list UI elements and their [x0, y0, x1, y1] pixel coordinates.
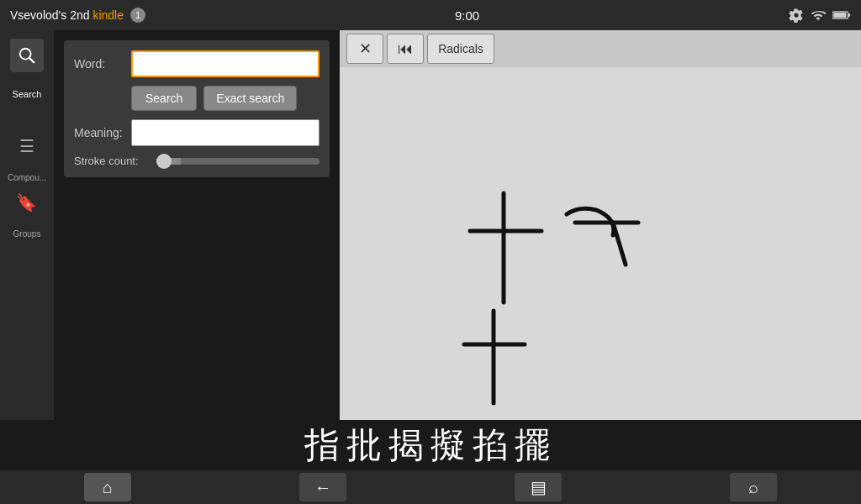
radicals-button[interactable]: Radicals [427, 34, 494, 64]
sidebar-bookmark-icon[interactable]: 🔖 [13, 189, 40, 216]
center-panel: Word: Search Exact search Meaning: Strok… [54, 30, 340, 470]
meaning-row: Meaning: [74, 119, 320, 146]
search-button[interactable]: Search [131, 86, 197, 111]
svg-rect-2 [833, 13, 846, 18]
clear-button[interactable]: ✕ [346, 34, 383, 64]
sidebar: Search ☰ Compou... 🔖 Groups [0, 30, 54, 470]
sidebar-search-label[interactable]: Search [8, 86, 47, 102]
exact-search-button[interactable]: Exact search [203, 86, 297, 111]
stroke-count-label: Stroke count: [74, 155, 150, 167]
meaning-label: Meaning: [74, 126, 124, 139]
status-icons [789, 8, 851, 23]
stroke-count-row: Stroke count: [74, 155, 320, 167]
search-form: Word: Search Exact search Meaning: Strok… [64, 40, 330, 177]
search-nav-button[interactable]: ⌕ [730, 473, 777, 501]
status-left: Vsevolod's 2nd kindle 1 [10, 8, 145, 23]
sidebar-groups[interactable]: Groups [13, 229, 41, 239]
drawing-panel: ✕ ⏮ Radicals [340, 30, 861, 470]
main-layout: Search ☰ Compou... 🔖 Groups Word: Search… [0, 30, 861, 470]
app-title: Vsevolod's 2nd kindle [10, 8, 124, 22]
battery-icon [832, 9, 851, 21]
meaning-input[interactable] [131, 119, 320, 146]
back-nav-button[interactable]: ← [299, 473, 346, 501]
gear-icon [789, 8, 804, 23]
results-bar: 指批揭擬掐擺 [0, 420, 861, 470]
sidebar-compounds[interactable]: Compou... [8, 173, 46, 182]
menu-button[interactable]: ▤ [515, 473, 562, 501]
svg-rect-1 [848, 13, 851, 16]
status-bar: Vsevolod's 2nd kindle 1 9:00 [0, 0, 861, 30]
drawing-toolbar: ✕ ⏮ Radicals [340, 30, 861, 67]
search-icon-sidebar[interactable] [10, 39, 44, 72]
back-button[interactable]: ⏮ [387, 34, 424, 64]
search-buttons: Search Exact search [131, 86, 320, 111]
notification-badge: 1 [130, 8, 145, 23]
word-input[interactable] [131, 50, 320, 77]
drawing-canvas[interactable] [340, 67, 861, 470]
home-button[interactable]: ⌂ [84, 473, 131, 501]
stroke-count-slider[interactable] [156, 158, 320, 165]
svg-line-4 [29, 58, 34, 62]
word-row: Word: [74, 50, 320, 77]
word-label: Word: [74, 57, 124, 71]
sidebar-list-icon[interactable]: ☰ [16, 133, 38, 160]
wifi-icon [811, 8, 826, 23]
bottom-bar: ⌂ ← ▤ ⌕ [0, 470, 861, 504]
results-text: 指批揭擬掐擺 [304, 422, 557, 469]
status-time: 9:00 [455, 8, 479, 23]
